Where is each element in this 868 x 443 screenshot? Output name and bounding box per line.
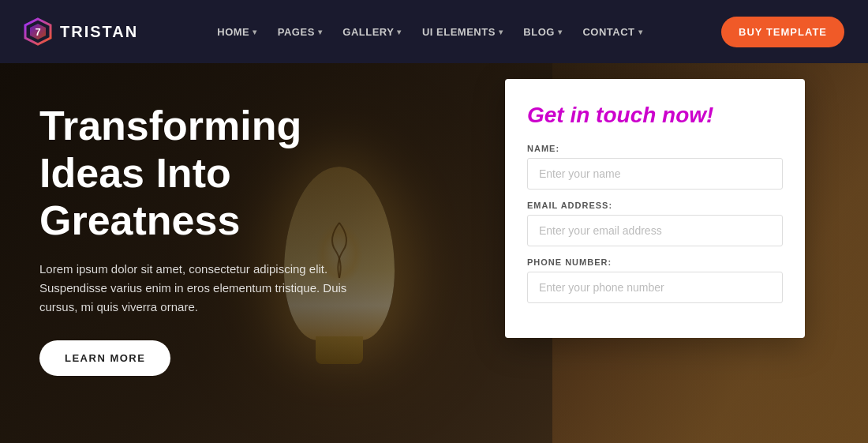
learn-more-button[interactable]: LEARN MORE xyxy=(39,340,170,376)
hero-title: Transforming Ideas Into Greatness xyxy=(39,103,402,244)
chevron-down-icon: ▾ xyxy=(318,28,323,36)
name-label: NAME: xyxy=(527,144,783,153)
logo[interactable]: 7 TRISTAN xyxy=(24,17,138,46)
buy-template-button[interactable]: BUY TEMPLATE xyxy=(721,17,844,47)
nav-item-gallery[interactable]: GALLERY ▾ xyxy=(335,20,410,44)
nav-links: HOME ▾ PAGES ▾ GALLERY ▾ UI ELEMENTS ▾ B… xyxy=(209,20,650,44)
hero-subtitle: Lorem ipsum dolor sit amet, consectetur … xyxy=(39,260,371,317)
name-field-group: NAME: xyxy=(527,144,783,190)
svg-text:7: 7 xyxy=(35,26,40,38)
nav-item-pages[interactable]: PAGES ▾ xyxy=(270,20,331,44)
chevron-down-icon: ▾ xyxy=(397,28,402,36)
email-label: EMAIL ADDRESS: xyxy=(527,201,783,210)
logo-icon: 7 xyxy=(24,17,52,46)
hero-section: Transforming Ideas Into Greatness Lorem … xyxy=(0,63,868,443)
nav-item-contact[interactable]: CONTACT ▾ xyxy=(574,20,650,44)
contact-card-title: Get in touch now! xyxy=(527,103,783,128)
email-field-group: EMAIL ADDRESS: xyxy=(527,201,783,246)
chevron-down-icon: ▾ xyxy=(638,28,643,36)
nav-item-home[interactable]: HOME ▾ xyxy=(209,20,265,44)
hero-content: Transforming Ideas Into Greatness Lorem … xyxy=(39,103,402,376)
email-input[interactable] xyxy=(527,215,783,246)
nav-item-blog[interactable]: BLOG ▾ xyxy=(515,20,570,44)
chevron-down-icon: ▾ xyxy=(253,28,257,36)
contact-card: Get in touch now! NAME: EMAIL ADDRESS: P… xyxy=(505,79,805,338)
chevron-down-icon: ▾ xyxy=(499,28,503,36)
phone-label: PHONE NUMBER: xyxy=(527,257,783,267)
name-input[interactable] xyxy=(527,158,783,190)
navbar: 7 TRISTAN HOME ▾ PAGES ▾ GALLERY xyxy=(0,0,868,63)
phone-field-group: PHONE NUMBER: xyxy=(527,257,783,303)
phone-input[interactable] xyxy=(527,272,783,303)
nav-item-ui-elements[interactable]: UI ELEMENTS ▾ xyxy=(414,20,511,44)
brand-name: TRISTAN xyxy=(60,23,138,41)
chevron-down-icon: ▾ xyxy=(558,28,563,36)
